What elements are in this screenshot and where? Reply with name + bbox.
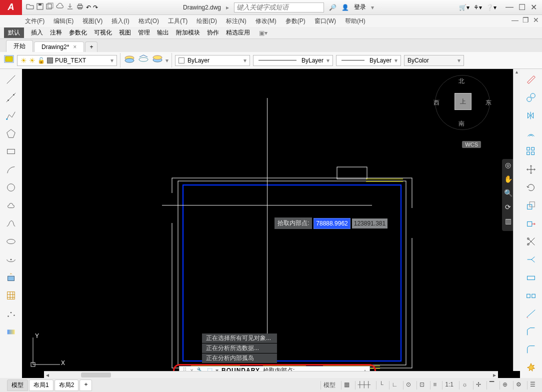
point-tool[interactable] — [4, 306, 18, 321]
maximize-button[interactable]: ☐ — [518, 2, 526, 12]
viewcube-top[interactable]: 上 — [454, 93, 472, 110]
panel-featured[interactable]: 精选应用 — [226, 28, 250, 37]
viewcube-west[interactable]: 西 — [434, 98, 440, 107]
nav-wheel-icon[interactable]: ◎ — [502, 161, 514, 173]
status-osnap-icon[interactable]: ⊙ — [403, 381, 414, 390]
layout-add-button[interactable]: + — [80, 380, 92, 391]
panel-collab[interactable]: 协作 — [207, 28, 219, 37]
tab-close-icon[interactable]: × — [73, 44, 76, 50]
child-minimize[interactable]: — — [512, 16, 518, 24]
panel-addins[interactable]: 附加模块 — [176, 28, 200, 37]
mirror-tool[interactable] — [524, 108, 538, 123]
redo-icon[interactable]: ↷ — [93, 4, 98, 11]
polygon-tool[interactable] — [4, 126, 18, 141]
panel-output[interactable]: 输出 — [157, 28, 169, 37]
viewcube-east[interactable]: 东 — [486, 98, 492, 107]
help-icon[interactable]: ❔▾ — [486, 4, 496, 11]
print-icon[interactable] — [76, 2, 84, 12]
user-icon[interactable]: 👤 — [342, 4, 349, 11]
status-snap-icon[interactable]: ┼┼┼ — [355, 381, 374, 390]
fillet-tool[interactable] — [524, 342, 538, 357]
binoculars-icon[interactable]: 🔎 — [329, 4, 336, 11]
search-input[interactable] — [234, 2, 324, 12]
layer-isolate-icon[interactable] — [138, 53, 150, 68]
revcloud-tool[interactable] — [4, 198, 18, 213]
layer-properties-icon[interactable] — [3, 53, 16, 68]
layer-dropdown[interactable]: ☀ ☀ 🔓 PUB_TEXT ▾ — [17, 55, 117, 66]
viewcube-south[interactable]: 南 — [458, 120, 464, 128]
model-tab[interactable]: 模型 — [7, 380, 28, 391]
view-cube[interactable]: 北 南 东 西 上 — [435, 75, 490, 130]
panel-visual[interactable]: 可视化 — [94, 28, 112, 37]
tab-start[interactable]: 开始 — [6, 40, 33, 52]
erase-tool[interactable] — [524, 72, 538, 87]
gradient-tool[interactable] — [4, 324, 18, 339]
menu-format[interactable]: 格式(O) — [138, 17, 159, 26]
menu-draw[interactable]: 绘图(D) — [196, 17, 217, 26]
child-restore[interactable]: ❐ — [522, 16, 529, 24]
line-tool[interactable] — [4, 72, 18, 87]
layer-tools-icon[interactable] — [152, 53, 164, 68]
cart-icon[interactable]: 🛒▾ — [459, 4, 470, 11]
coord-x-input[interactable]: 78888.9962 — [314, 218, 350, 228]
rotate-tool[interactable] — [524, 180, 538, 195]
status-workspace-icon[interactable]: ✢ — [473, 381, 484, 390]
menu-help[interactable]: 帮助(H) — [345, 17, 366, 26]
share-icon[interactable]: ⚘▾ — [474, 4, 482, 11]
menu-file[interactable]: 文件(F) — [25, 17, 44, 26]
child-close[interactable]: ✕ — [533, 16, 539, 24]
wcs-badge[interactable]: WCS — [462, 141, 481, 148]
drawing-canvas[interactable]: 拾取内部点: 78888.9962 123891.381 北 南 东 西 上 W… — [22, 69, 520, 378]
menu-edit[interactable]: 编辑(E) — [54, 17, 74, 26]
ellipse-tool[interactable] — [4, 234, 18, 249]
linetype-dropdown[interactable]: ByLayer▾ — [253, 55, 333, 66]
status-settings-icon[interactable]: ⚙ — [513, 381, 524, 390]
color-dropdown[interactable]: ByLayer▾ — [175, 55, 250, 66]
status-model[interactable]: 模型 — [320, 381, 338, 390]
minimize-button[interactable]: — — [506, 2, 514, 12]
status-lwt-icon[interactable]: ≡ — [430, 381, 439, 390]
panel-default[interactable]: 默认 — [4, 28, 24, 38]
ellipsearc-tool[interactable] — [4, 252, 18, 267]
menu-tools[interactable]: 工具(T) — [168, 17, 188, 26]
export-icon[interactable] — [66, 2, 74, 12]
tab-new-button[interactable]: + — [85, 42, 98, 52]
menu-param[interactable]: 参数(P) — [286, 17, 306, 26]
extend-tool[interactable] — [524, 252, 538, 267]
offset-tool[interactable] — [524, 126, 538, 141]
spline-tool[interactable] — [4, 216, 18, 231]
explode-tool[interactable] — [524, 360, 538, 375]
circle-tool[interactable] — [4, 180, 18, 195]
panel-view[interactable]: 视图 — [119, 28, 131, 37]
status-ortho-icon[interactable]: └ — [376, 381, 386, 390]
tab-drawing[interactable]: Drawing2* × — [34, 42, 84, 52]
layer-states-icon[interactable] — [124, 53, 136, 68]
chamfer-tool[interactable] — [524, 324, 538, 339]
hatch-tool[interactable] — [4, 288, 18, 303]
menu-window[interactable]: 窗口(W) — [314, 17, 336, 26]
horizontal-scrollbar[interactable]: ◂▸ — [44, 371, 498, 378]
menu-view[interactable]: 视图(V) — [82, 17, 102, 26]
break2-tool[interactable] — [524, 288, 538, 303]
panel-annotate[interactable]: 注释 — [50, 28, 62, 37]
panel-overflow-icon[interactable]: ▣▾ — [259, 30, 268, 36]
move-tool[interactable] — [524, 162, 538, 177]
join-tool[interactable] — [524, 306, 538, 321]
nav-showmotion-icon[interactable]: ▥ — [502, 217, 514, 229]
status-annoscale-icon[interactable]: ☼ — [459, 381, 470, 390]
vertical-scrollbar[interactable]: ▴ — [513, 69, 520, 371]
nav-pan-icon[interactable]: ✋ — [502, 175, 514, 187]
status-monitor-icon[interactable]: ▔ — [486, 381, 496, 390]
copy-tool[interactable] — [524, 90, 538, 105]
lineweight-dropdown[interactable]: ByLayer▾ — [336, 55, 401, 66]
scale-tool[interactable] — [524, 198, 538, 213]
coord-y-input[interactable]: 123891.381 — [352, 218, 388, 228]
nav-orbit-icon[interactable]: ⟳ — [502, 203, 514, 215]
menu-dim[interactable]: 标注(N) — [226, 17, 246, 26]
layout2-tab[interactable]: 布局2 — [54, 380, 79, 391]
status-scale[interactable]: 1:1 — [442, 381, 456, 390]
plotstyle-dropdown[interactable]: ByColor▾ — [404, 55, 464, 66]
array-tool[interactable] — [524, 144, 538, 159]
nav-zoom-icon[interactable]: 🔍 — [502, 189, 514, 201]
app-logo[interactable]: A — [0, 0, 22, 15]
